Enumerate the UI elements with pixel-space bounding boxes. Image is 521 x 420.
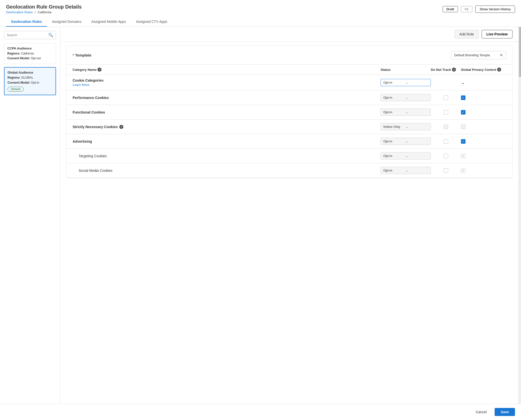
gpc-functional[interactable] xyxy=(461,110,506,115)
category-name-advertising: Advertising xyxy=(73,139,381,143)
consent-model-label-global: Consent Model: Opt-in xyxy=(8,81,39,84)
dnt-checkbox-social-media[interactable] xyxy=(444,168,448,173)
v1-badge: V1 xyxy=(461,6,473,12)
status-advertising[interactable]: Opt-in ⌄ xyxy=(381,138,431,145)
status-select-advertising[interactable]: Opt-in ⌄ xyxy=(381,138,431,145)
search-input[interactable] xyxy=(7,33,48,37)
template-input[interactable]: Default Branding Templa ✕ xyxy=(451,51,506,59)
dnt-targeting[interactable] xyxy=(431,154,461,158)
show-version-history-button[interactable]: Show Version History xyxy=(475,6,515,13)
category-name-cookie-categories: Cookie Categories Learn More xyxy=(73,78,381,87)
row-functional-cookies: Functional Cookies Opt-in ⌄ xyxy=(67,105,512,120)
tab-assigned-mobile-apps[interactable]: Assigned Mobile Apps xyxy=(86,17,131,27)
page-footer: Cancel Save xyxy=(0,404,521,412)
content-area: 🔍 CCPA Audience Regions: California Cons… xyxy=(0,27,521,412)
save-button[interactable]: Save xyxy=(495,408,515,412)
row-targeting-cookies: Targeting Cookies Opt-in ⌄ xyxy=(67,149,512,163)
toolbar: Add Rule Live Preview xyxy=(60,27,518,42)
status-select-targeting[interactable]: Opt-in ⌄ xyxy=(381,152,431,160)
status-cookie-categories[interactable]: Opt-in ⌄ xyxy=(381,79,431,86)
template-value: Default Branding Templa xyxy=(454,53,498,57)
audience-meta-global: Regions: GLOBAL Consent Model: Opt-in xyxy=(8,75,53,85)
status-select-performance[interactable]: Opt-in ⌄ xyxy=(381,94,431,101)
chevron-performance-icon: ⌄ xyxy=(406,96,428,99)
gpc-checkbox-strictly-necessary[interactable] xyxy=(461,125,465,129)
row-strictly-necessary: Strictly Necessary Cookies i Notice Only… xyxy=(67,120,512,134)
status-select-strictly-necessary[interactable]: Notice Only ⌄ xyxy=(381,123,431,130)
dnt-functional[interactable] xyxy=(431,110,461,115)
audience-meta-ccpa: Regions: California Consent Model: Opt-o… xyxy=(7,51,53,61)
row-advertising: Advertising Opt-in ⌄ xyxy=(67,134,512,149)
chevron-advertising-icon: ⌄ xyxy=(406,140,428,143)
audience-name-ccpa: CCPA Audience xyxy=(7,46,53,50)
tab-assigned-domains[interactable]: Assigned Domains xyxy=(47,17,86,27)
header-left: Geolocation Rule Group Details Geolocati… xyxy=(6,4,82,14)
col-header-gpc: Global Privacy Control i xyxy=(461,68,506,72)
chevron-social-icon: ⌄ xyxy=(406,169,428,172)
row-cookie-categories: Cookie Categories Learn More Opt-in ⌄ ⌄ xyxy=(67,75,512,90)
regions-label-ccpa: Regions: California xyxy=(7,52,34,55)
gpc-checkbox-performance[interactable] xyxy=(461,95,465,100)
sidebar: 🔍 CCPA Audience Regions: California Cons… xyxy=(0,27,60,412)
template-clear-button[interactable]: ✕ xyxy=(500,53,503,58)
gpc-checkbox-advertising[interactable] xyxy=(461,139,465,144)
gpc-strictly-necessary[interactable] xyxy=(461,125,506,129)
category-info-icon[interactable]: i xyxy=(97,68,101,72)
gpc-checkbox-social-media[interactable] xyxy=(461,168,465,173)
gpc-social-media[interactable] xyxy=(461,168,506,173)
dnt-performance[interactable] xyxy=(431,95,461,100)
dnt-checkbox-performance[interactable] xyxy=(444,95,448,100)
status-performance[interactable]: Opt-in ⌄ xyxy=(381,94,431,101)
row-social-media-cookies: Social Media Cookies Opt-in ⌄ xyxy=(67,163,512,178)
breadcrumb-current: California xyxy=(38,10,51,14)
learn-more-link[interactable]: Learn More xyxy=(73,83,381,87)
header-actions: Draft V1 Show Version History xyxy=(443,6,515,13)
status-targeting[interactable]: Opt-in ⌄ xyxy=(381,152,431,160)
dnt-checkbox-targeting[interactable] xyxy=(444,154,448,158)
status-select-social-media[interactable]: Opt-in ⌄ xyxy=(381,167,431,174)
audience-card-ccpa[interactable]: CCPA Audience Regions: California Consen… xyxy=(4,43,56,64)
gpc-advertising[interactable] xyxy=(461,139,506,144)
tab-assigned-ctv-apps[interactable]: Assigned CTV Apps xyxy=(131,17,172,27)
dnt-advertising[interactable] xyxy=(431,139,461,144)
gpc-performance[interactable] xyxy=(461,95,506,100)
audience-card-global[interactable]: Global Audience Regions: GLOBAL Consent … xyxy=(4,67,56,95)
chevron-icon: ⌄ xyxy=(406,81,428,84)
add-rule-button[interactable]: Add Rule xyxy=(455,30,479,38)
status-functional[interactable]: Opt-in ⌄ xyxy=(381,109,431,116)
strictly-necessary-info-icon[interactable]: i xyxy=(119,125,123,129)
col-header-status: Status xyxy=(381,68,431,72)
gpc-checkbox-functional[interactable] xyxy=(461,110,465,115)
scrollbar-thumb[interactable] xyxy=(519,27,521,77)
chevron-targeting-icon: ⌄ xyxy=(406,154,428,158)
status-select-functional[interactable]: Opt-in ⌄ xyxy=(381,109,431,116)
gpc-checkbox-targeting[interactable] xyxy=(461,154,465,158)
category-name-social-media: Social Media Cookies xyxy=(79,169,381,173)
status-strictly-necessary[interactable]: Notice Only ⌄ xyxy=(381,123,431,130)
category-name-strictly-necessary: Strictly Necessary Cookies i xyxy=(73,125,381,129)
main-panel: Add Rule Live Preview * Template Default… xyxy=(60,27,518,412)
search-icon[interactable]: 🔍 xyxy=(48,33,53,37)
dnt-strictly-necessary[interactable] xyxy=(431,125,461,129)
scrollbar-track xyxy=(518,27,521,412)
breadcrumb: Geolocation Rules > California xyxy=(6,10,82,14)
dnt-info-icon[interactable]: i xyxy=(452,68,456,72)
live-preview-button[interactable]: Live Preview xyxy=(482,30,512,38)
status-social-media[interactable]: Opt-in ⌄ xyxy=(381,167,431,174)
regions-label-global: Regions: GLOBAL xyxy=(8,76,33,79)
gpc-targeting[interactable] xyxy=(461,154,506,158)
gpc-chevron-icon[interactable]: ⌄ xyxy=(461,80,465,85)
gpc-info-icon[interactable]: i xyxy=(497,68,501,72)
cancel-button[interactable]: Cancel xyxy=(471,408,492,412)
tab-geolocation-rules[interactable]: Geolocation Rules xyxy=(6,17,47,27)
page-header: Geolocation Rule Group Details Geolocati… xyxy=(0,0,521,27)
dnt-social-media[interactable] xyxy=(431,168,461,173)
dnt-checkbox-advertising[interactable] xyxy=(444,139,448,144)
template-label: * Template xyxy=(73,53,91,57)
dnt-checkbox-strictly-necessary[interactable] xyxy=(444,125,448,129)
breadcrumb-link[interactable]: Geolocation Rules xyxy=(6,10,33,14)
chevron-strictly-icon: ⌄ xyxy=(406,125,428,129)
dnt-checkbox-functional[interactable] xyxy=(444,110,448,115)
rule-card: * Template Default Branding Templa ✕ Cat… xyxy=(66,46,512,178)
status-select-cookie-categories[interactable]: Opt-in ⌄ xyxy=(381,79,431,86)
